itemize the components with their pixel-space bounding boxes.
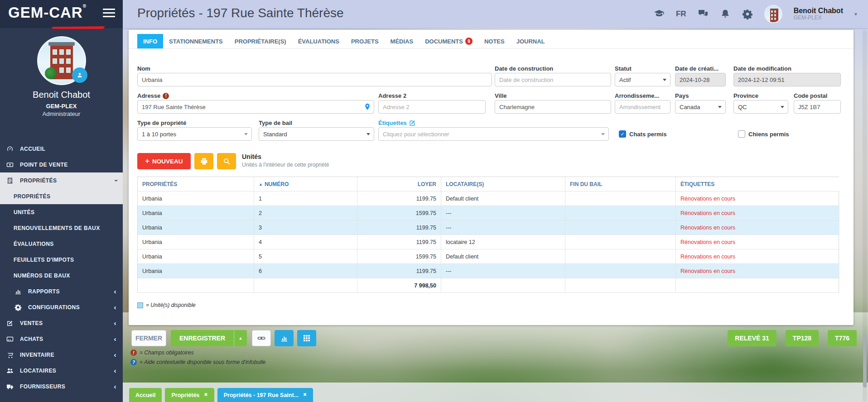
table-cell[interactable]: Urbania [138,191,254,206]
table-cell[interactable] [565,249,676,264]
tab-notes[interactable]: NOTES [478,34,511,48]
map-pin-icon[interactable] [364,103,371,110]
gear-icon[interactable] [742,9,753,19]
taskbar-tab-proprietes[interactable]: Propriétés ✖ [165,388,214,402]
tab-proprietaires[interactable]: PROPRIÉTAIRE(S) [229,34,292,48]
sidebar-item-feuillets-impots[interactable]: FEUILLETS D'IMPOTS [0,252,123,268]
sidebar-item-achats[interactable]: ACHATS ‹ [0,331,123,347]
print-button[interactable] [194,153,213,169]
scrollbar-thumb[interactable] [863,334,867,388]
table-cell[interactable]: Rénovations en cours [676,206,839,220]
table-cell[interactable]: Default client [441,191,565,206]
tab-info[interactable]: INFO [137,34,163,48]
table-cell[interactable]: 3 [254,220,357,235]
col-header-etiquettes[interactable]: ÉTIQUETTES [676,177,839,191]
code-postal-input[interactable] [794,100,841,114]
table-cell[interactable] [565,191,676,206]
sidebar-item-numeros-de-baux[interactable]: NUMÉROS DE BAUX [0,268,123,283]
table-cell[interactable]: 2 [254,206,357,220]
table-cell[interactable]: 1199.75 [357,235,441,249]
col-header-fin-du-bail[interactable]: FIN DU BAIL [565,177,676,191]
edit-icon[interactable] [409,120,415,126]
type-propriete-select[interactable]: 1 à 10 portes [137,127,252,141]
t776-button[interactable]: T776 [828,330,857,346]
type-bail-select[interactable]: Standard [259,127,374,141]
table-cell[interactable]: 1199.75 [357,191,441,206]
sidebar-item-proprietes-sub[interactable]: PROPRIÉTÉS [0,188,123,204]
graduation-cap-icon[interactable] [654,9,665,19]
fermer-button[interactable]: FERMER [131,330,166,346]
table-cell[interactable] [565,235,676,249]
table-cell[interactable] [565,206,676,220]
table-cell[interactable]: 5 [254,249,357,264]
menu-toggle-icon[interactable] [103,9,115,19]
grid-view-button[interactable] [297,330,316,346]
sidebar-item-locataires[interactable]: LOCATAIRES ‹ [0,363,123,378]
scrollbar-track[interactable] [863,30,867,402]
sidebar-item-ventes[interactable]: VENTES ‹ [0,315,123,331]
ville-input[interactable] [495,100,611,114]
nom-input[interactable] [137,73,492,86]
user-menu[interactable]: Benoit Chabot GEM-PLEX [794,7,843,21]
sidebar-item-inventaire[interactable]: INVENTAIRE ‹ [0,347,123,363]
table-cell[interactable]: Urbania [138,206,254,220]
tab-projets[interactable]: PROJETS [345,34,385,48]
chat-icon[interactable] [698,9,709,19]
bell-icon[interactable] [720,9,731,19]
tab-stationnements[interactable]: STATIONNEMENTS [163,34,229,48]
sidebar-item-renouvellements[interactable]: RENOUVELLEMENTS DE BAUX [0,220,123,236]
close-icon[interactable]: ✖ [303,392,307,397]
releve31-button[interactable]: RELEVÉ 31 [728,330,776,346]
pays-select[interactable]: Canada [675,100,726,114]
taskbar-tab-current[interactable]: Propriétés - 197 Rue Saint... ✖ [217,388,313,402]
chats-permis-checkbox[interactable]: ✓ Chats permis [619,130,666,138]
table-cell[interactable]: --- [441,206,565,220]
sidebar-item-unites[interactable]: UNITÉS [0,204,123,220]
enregistrer-button[interactable]: ENREGISTRER [171,330,234,346]
table-cell[interactable]: 6 [254,264,357,278]
col-header-loyer[interactable]: LOYER [357,177,441,191]
table-cell[interactable]: 1599.75 [357,249,441,264]
statut-select[interactable]: Actif [615,73,670,86]
sidebar-item-evaluations[interactable]: ÉVALUATIONS [0,236,123,252]
language-selector[interactable]: FR [676,10,686,19]
table-cell[interactable]: Urbania [138,220,254,235]
table-cell[interactable]: 1 [254,191,357,206]
table-cell[interactable]: Rénovations en cours [676,235,839,249]
etiquettes-select[interactable]: Cliquez pour sélectionner [378,127,609,141]
adresse-input[interactable] [137,100,374,114]
table-cell[interactable] [565,220,676,235]
etiquettes-label[interactable]: Étiquettes [378,119,609,127]
close-icon[interactable]: ✖ [204,392,207,397]
col-header-proprietes[interactable]: PROPRIÉTÉS [138,177,254,191]
sidebar-item-point-de-vente[interactable]: POINT DE VENTE [0,157,123,172]
tab-medias[interactable]: MÉDIAS [385,34,420,48]
chiens-permis-checkbox[interactable]: Chiens permis [738,130,789,138]
col-header-numero[interactable]: ▲ NUMÉRO [254,177,357,191]
nouveau-button[interactable]: + NOUVEAU [137,153,191,169]
table-cell[interactable]: 1199.75 [357,220,441,235]
sidebar-item-rapports[interactable]: RAPPORTS ‹ [0,283,123,299]
sidebar-item-proprietes[interactable]: PROPRIÉTÉS ‹ [0,172,123,188]
table-cell[interactable]: Urbania [138,235,254,249]
stats-button[interactable] [275,330,294,346]
table-cell[interactable]: 1199.75 [357,264,441,278]
caret-down-icon[interactable]: ▾ [854,11,857,17]
table-cell[interactable]: Rénovations en cours [676,191,839,206]
user-avatar[interactable] [764,5,782,23]
col-header-locataires[interactable]: LOCATAIRE(S) [441,177,565,191]
save-options-caret[interactable]: ▲ [234,330,247,346]
table-cell[interactable]: --- [441,264,565,278]
edit-avatar-icon[interactable] [72,67,87,83]
link-button[interactable] [252,330,271,346]
table-cell[interactable]: Urbania [138,264,254,278]
avatar[interactable] [37,36,86,85]
tab-evaluations[interactable]: ÉVALUATIONS [292,34,345,48]
arrondissement-input[interactable] [615,100,670,114]
table-cell[interactable]: 1599.75 [357,206,441,220]
tab-journal[interactable]: JOURNAL [511,34,551,48]
province-select[interactable]: QC [733,100,788,114]
table-cell[interactable] [565,264,676,278]
table-cell[interactable]: --- [441,220,565,235]
table-cell[interactable]: Rénovations en cours [676,264,839,278]
